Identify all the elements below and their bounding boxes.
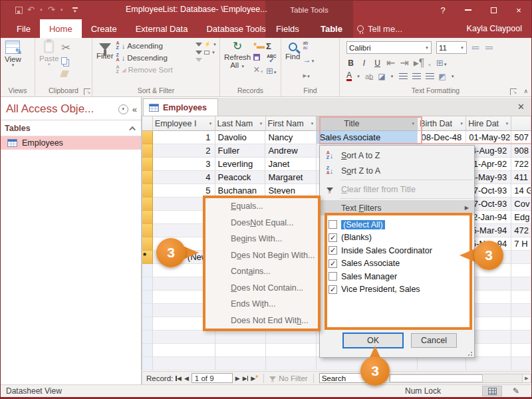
cell-last-name[interactable]: Fuller [215, 144, 266, 158]
filter-arrow-icon[interactable]: ▼ [309, 122, 314, 126]
tab-file[interactable]: File [7, 19, 40, 38]
undo-dropdown-icon[interactable]: ▼ [39, 8, 43, 12]
filter-value-option[interactable]: ✓Inside Sales Coordinator [329, 244, 468, 257]
column-header-first-nam[interactable]: First Nam▼ [266, 116, 317, 131]
row-selector[interactable] [142, 317, 153, 331]
record-selector[interactable] [142, 158, 153, 171]
new-record-icon[interactable]: *▬ [253, 41, 265, 51]
first-record-button[interactable]: ◀ [176, 375, 182, 382]
close-button[interactable]: × [506, 1, 531, 19]
font-size-select[interactable]: 11▼ [436, 41, 467, 54]
row-selector[interactable] [142, 304, 153, 317]
cell-address[interactable]: 472 [511, 224, 531, 237]
column-header-hire-dat[interactable]: Hire Dat▼ [466, 116, 511, 131]
tab-table[interactable]: Table [321, 24, 342, 34]
row-selector[interactable] [142, 344, 153, 357]
row-selector[interactable] [142, 331, 153, 344]
empty-cell[interactable] [511, 344, 531, 357]
alternate-row-color-icon[interactable]: ◩ [439, 72, 446, 81]
empty-cell[interactable] [511, 277, 531, 291]
cell-hire-date[interactable]: 01-May-92 [466, 131, 511, 144]
descending-button[interactable]: ZA↓ Descending [116, 53, 195, 62]
resize-grip-icon[interactable] [467, 350, 472, 356]
horizontal-scrollbar[interactable] [390, 374, 522, 383]
cell-first-name[interactable]: Margaret [265, 171, 317, 184]
find-button[interactable]: Find [283, 40, 302, 61]
cell-first-name[interactable]: Nancy [265, 131, 317, 144]
highlight-color-icon[interactable]: ab̲ [365, 72, 373, 80]
filter-value-option[interactable]: ✓Sales Associate [329, 257, 468, 271]
filter-arrow-icon[interactable]: ▼ [503, 122, 509, 126]
empty-cell[interactable] [511, 357, 531, 370]
font-name-select[interactable]: Calibri▼ [346, 41, 432, 54]
checkbox-icon[interactable]: ✓ [329, 233, 337, 242]
totals-icon[interactable]: Σ [266, 41, 277, 51]
filter-value-option[interactable]: ✓(Blanks) [329, 231, 468, 245]
collapse-ribbon-icon[interactable]: ∧ [523, 88, 528, 94]
empty-cell[interactable] [511, 331, 531, 344]
shutter-bar-close-icon[interactable]: « [132, 104, 137, 114]
filter-value-option[interactable]: (Select All) [329, 218, 468, 231]
empty-cell[interactable] [215, 357, 266, 370]
decrease-indent-icon[interactable]: ⇤ [386, 57, 395, 69]
next-record-button[interactable]: ▶ [235, 375, 240, 382]
checkbox-icon[interactable] [329, 272, 337, 281]
empty-cell[interactable] [266, 344, 317, 357]
cell-address[interactable]: 7 H [511, 237, 531, 251]
alternate-row-color-dropdown-icon[interactable]: ▼ [451, 74, 455, 78]
cell-last-name[interactable]: Leverling [215, 158, 266, 171]
row-selector[interactable] [142, 291, 153, 304]
empty-cell[interactable] [511, 291, 531, 304]
empty-cell[interactable] [511, 304, 531, 317]
goto-icon[interactable]: →▼ [303, 53, 315, 65]
new-record-selector[interactable]: * [142, 251, 153, 264]
cell-address[interactable]: Cov [511, 198, 531, 211]
tab-fields[interactable]: Fields [276, 24, 299, 34]
submenu-item-does-not-equal[interactable]: Does Not Equal... [205, 215, 318, 231]
cell-address[interactable]: 722 [511, 158, 531, 171]
cell-address[interactable]: Edg [511, 211, 531, 224]
empty-cell[interactable] [153, 357, 215, 370]
cell-address[interactable]: 14 G [511, 184, 531, 198]
cell-last-name[interactable]: Peacock [215, 171, 266, 184]
redo-dropdown-icon[interactable]: ▼ [60, 8, 64, 12]
italic-button[interactable]: I [360, 59, 368, 68]
numbering-icon[interactable]: ≕ [485, 43, 493, 53]
last-record-button[interactable]: ▶ [243, 375, 249, 382]
empty-cell[interactable] [418, 357, 466, 370]
align-center-icon[interactable] [412, 73, 421, 80]
toggle-filter-icon[interactable] [196, 58, 217, 62]
close-table-icon[interactable]: ✕ [517, 102, 531, 112]
gridlines-icon[interactable]: ⊞▼ [436, 58, 448, 68]
remove-sort-button[interactable]: AZ◢ Remove Sort [116, 65, 195, 74]
submenu-item-equals[interactable]: Equals... [205, 198, 318, 214]
datasheet-select-all-corner[interactable] [142, 116, 153, 131]
submenu-item-begins-with[interactable]: Begins With... [205, 231, 318, 247]
record-selector[interactable] [142, 224, 153, 237]
minimize-button[interactable] [456, 1, 481, 19]
bullets-icon[interactable]: ≔ [471, 43, 480, 53]
menu-item-clear-filter[interactable]: Clear filter from Title [320, 182, 474, 197]
tab-home[interactable]: Home [40, 19, 82, 38]
empty-cell[interactable] [153, 331, 215, 344]
nav-item-employees[interactable]: Employees [1, 136, 141, 150]
cell-employee-id[interactable]: 3 [153, 158, 215, 171]
record-selector[interactable] [142, 131, 153, 144]
record-selector[interactable] [142, 144, 153, 158]
text-direction-icon[interactable]: ▸¶ ▼ [414, 57, 432, 69]
row-selector[interactable] [142, 357, 153, 370]
help-button[interactable]: ? [430, 1, 456, 19]
menu-item-sort-z-to-a[interactable]: ZA↓ Sort Z to A [320, 163, 474, 178]
scrollbar-thumb[interactable] [390, 374, 483, 383]
empty-cell[interactable] [215, 331, 266, 344]
submenu-item-ends-with[interactable]: Ends With... [205, 296, 318, 312]
font-color-icon[interactable]: A [346, 72, 352, 81]
new-blank-record-button[interactable]: ▶* [251, 374, 258, 382]
filter-arrow-icon[interactable]: ▼ [458, 122, 464, 126]
empty-cell[interactable] [466, 357, 511, 370]
record-selector[interactable] [142, 171, 153, 184]
previous-record-button[interactable]: ◀ [184, 375, 189, 382]
customize-qat-icon[interactable]: ▼ [72, 7, 78, 13]
nav-section-tables[interactable]: Tables [1, 120, 141, 136]
record-position-box[interactable]: 1 of 9 [192, 373, 233, 383]
